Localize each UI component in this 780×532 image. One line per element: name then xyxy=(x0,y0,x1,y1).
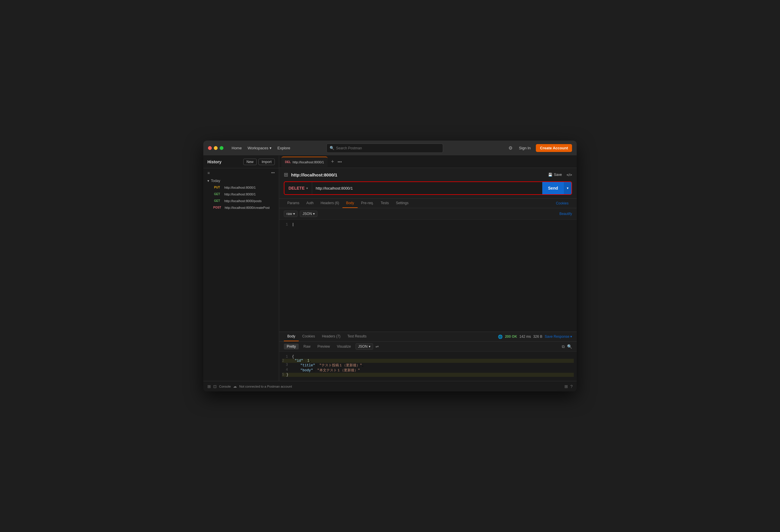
search-placeholder: Search Postman xyxy=(336,146,362,150)
tab-auth[interactable]: Auth xyxy=(303,199,317,208)
create-account-button[interactable]: Create Account xyxy=(536,144,572,152)
method-selector[interactable]: DELETE ▾ xyxy=(284,182,312,194)
nav-explore[interactable]: Explore xyxy=(275,145,293,151)
send-chevron-button[interactable]: ▾ xyxy=(564,182,572,194)
format-select[interactable]: raw ▾ xyxy=(284,210,297,217)
request-icon: ⊞ xyxy=(284,172,288,178)
url-input[interactable] xyxy=(312,182,542,194)
console-icon[interactable]: ⊡ xyxy=(213,384,217,389)
search-icon: 🔍 xyxy=(330,146,334,150)
console-label: Console xyxy=(219,385,231,388)
response-line: 1 { xyxy=(282,355,574,359)
resp-tab-headers[interactable]: Headers (7) xyxy=(319,332,344,341)
type-label: JSON xyxy=(302,212,312,216)
response-format-select[interactable]: JSON ▾ xyxy=(355,343,373,350)
response-meta: 🌐 200 OK 142 ms 326 B Save Response ▾ xyxy=(498,335,572,339)
tab-headers[interactable]: Headers (6) xyxy=(317,199,342,208)
response-line: 2 "id": 1, xyxy=(282,359,574,363)
tab-params[interactable]: Params xyxy=(284,199,303,208)
history-item[interactable]: GET http://localhost:8000/1 xyxy=(206,191,277,197)
response-time: 142 ms xyxy=(520,335,531,339)
titlebar: Home Workspaces ▾ Explore 🔍 Search Postm… xyxy=(203,141,577,156)
more-options-icon[interactable]: ••• xyxy=(271,171,275,175)
history-item[interactable]: PUT http://localhost:8000/1 xyxy=(206,184,277,191)
raw-button[interactable]: Raw xyxy=(301,344,313,349)
method-badge-get: GET xyxy=(212,199,222,203)
maximize-button[interactable] xyxy=(220,146,224,150)
today-header[interactable]: ▾ Today xyxy=(206,178,277,184)
settings-icon[interactable]: ⚙ xyxy=(507,144,514,152)
minimize-button[interactable] xyxy=(214,146,217,150)
request-actions: 💾 Save </> xyxy=(546,172,572,178)
nav-home[interactable]: Home xyxy=(229,145,244,151)
filter-icon[interactable]: ≡ xyxy=(207,171,210,175)
history-item[interactable]: GET http://localhost:8000/posts xyxy=(206,197,277,204)
code-editor[interactable]: 1 xyxy=(279,220,577,332)
history-url: http://localhost:8000/posts xyxy=(224,199,262,203)
statusbar: ⊞ ⊡ Console ☁ Not connected to a Postman… xyxy=(203,381,577,391)
tab-body[interactable]: Body xyxy=(342,199,357,208)
save-button[interactable]: 💾 Save xyxy=(546,172,564,178)
signin-button[interactable]: Sign In xyxy=(517,145,533,151)
search-bar[interactable]: 🔍 Search Postman xyxy=(327,144,443,153)
new-button[interactable]: New xyxy=(243,159,257,165)
beautify-button[interactable]: Beautify xyxy=(559,212,572,216)
tab-prereq[interactable]: Pre-req. xyxy=(358,199,377,208)
visualize-button[interactable]: Visualize xyxy=(335,344,353,349)
response-header: Body Cookies Headers (7) Test Results 🌐 … xyxy=(279,332,577,342)
resp-tab-tests[interactable]: Test Results xyxy=(344,332,370,341)
search-response-icon[interactable]: 🔍 xyxy=(567,344,572,349)
active-tab[interactable]: DEL http://localhost:8000/1 xyxy=(282,157,328,167)
history-url: http://localhost:8000/1 xyxy=(224,186,256,189)
cookies-link[interactable]: Cookies xyxy=(552,199,572,208)
status-left: ⊞ ⊡ Console ☁ Not connected to a Postman… xyxy=(207,384,292,389)
tab-tests[interactable]: Tests xyxy=(377,199,392,208)
save-response-button[interactable]: Save Response ▾ xyxy=(545,335,572,339)
response-body-toolbar: Pretty Raw Preview Visualize JSON ▾ ⇌ ⧉ … xyxy=(279,342,577,352)
tabs-row: DEL http://localhost:8000/1 + ••• xyxy=(279,156,577,168)
wrap-button[interactable]: ⇌ xyxy=(376,344,379,349)
type-chevron-icon: ▾ xyxy=(313,212,315,216)
copy-icon[interactable]: ⧉ xyxy=(562,344,565,349)
resp-tab-body[interactable]: Body xyxy=(284,332,299,341)
expand-icon[interactable]: ⊞ xyxy=(565,384,568,389)
history-section: ▾ Today PUT http://localhost:8000/1 GET … xyxy=(203,178,279,211)
status-code: 200 OK xyxy=(505,335,517,339)
history-item[interactable]: POST http://localhost:8000/createPost xyxy=(206,204,277,211)
history-url: http://localhost:8000/1 xyxy=(224,193,256,196)
help-icon[interactable]: ? xyxy=(570,384,573,389)
close-button[interactable] xyxy=(208,146,212,150)
sidebar-title: History xyxy=(207,159,222,164)
request-header: ⊞ http://localhost:8000/1 💾 Save </> xyxy=(284,172,572,178)
app-window: Home Workspaces ▾ Explore 🔍 Search Postm… xyxy=(203,141,577,391)
response-size: 326 B xyxy=(533,335,542,339)
editor-line: 1 xyxy=(282,223,574,227)
new-tab-button[interactable]: + xyxy=(329,159,337,165)
nav-workspaces[interactable]: Workspaces ▾ xyxy=(245,145,274,151)
cloud-icon: ☁ xyxy=(233,384,237,388)
code-view-button[interactable]: </> xyxy=(567,173,572,177)
nav-links: Home Workspaces ▾ Explore xyxy=(229,145,293,151)
method-badge-put: PUT xyxy=(212,186,222,189)
account-label: Not connected to a Postman account xyxy=(239,385,292,388)
request-tabs: Params Auth Headers (6) Body Pre-req. Te… xyxy=(279,199,577,208)
layout-icon[interactable]: ⊞ xyxy=(207,384,211,389)
response-area: Body Cookies Headers (7) Test Results 🌐 … xyxy=(279,332,577,381)
send-button[interactable]: Send xyxy=(542,182,564,194)
response-format-label: JSON xyxy=(358,344,368,348)
tab-settings[interactable]: Settings xyxy=(392,199,412,208)
status-right: ⊞ ? xyxy=(565,384,573,389)
import-button[interactable]: Import xyxy=(258,159,275,165)
method-badge-post: POST xyxy=(212,206,222,209)
resp-tab-cookies[interactable]: Cookies xyxy=(299,332,318,341)
preview-button[interactable]: Preview xyxy=(315,344,332,349)
format-chevron-icon: ▾ xyxy=(369,344,371,348)
tab-method-label: DEL xyxy=(285,160,291,163)
type-select[interactable]: JSON ▾ xyxy=(300,210,318,217)
pretty-button[interactable]: Pretty xyxy=(284,344,299,349)
chevron-down-icon: ▾ xyxy=(270,146,272,150)
more-tabs-icon[interactable]: ••• xyxy=(338,159,342,164)
format-chevron-icon: ▾ xyxy=(293,212,295,216)
today-label: Today xyxy=(211,179,220,183)
response-json: 1 { 2 "id": 1, 3 "title": "テスト投稿１（更新後）",… xyxy=(279,352,577,381)
